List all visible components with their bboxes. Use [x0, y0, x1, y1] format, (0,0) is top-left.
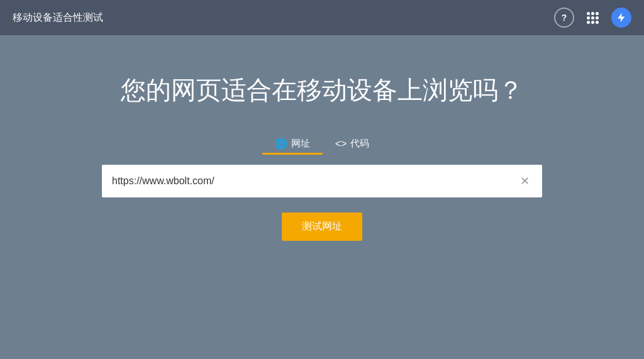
clear-input-button[interactable]: ✕ — [518, 172, 532, 191]
help-button[interactable]: ? — [554, 8, 574, 28]
globe-icon: 🌐 — [275, 138, 287, 150]
url-input-container: ✕ — [102, 165, 542, 197]
code-icon: <> — [335, 138, 347, 150]
test-button[interactable]: 测试网址 — [282, 213, 362, 241]
tab-bar: 🌐 网址 <> 代码 — [262, 133, 382, 155]
bolt-svg — [616, 12, 627, 23]
bolt-icon[interactable] — [611, 8, 631, 28]
test-button-label: 测试网址 — [302, 221, 342, 231]
url-input[interactable] — [112, 175, 518, 187]
main-content: 您的网页适合在移动设备上浏览吗？ 🌐 网址 <> 代码 ✕ 测试网址 — [0, 35, 644, 359]
grid-menu-icon[interactable] — [587, 12, 599, 24]
page-heading: 您的网页适合在移动设备上浏览吗？ — [121, 73, 523, 108]
tab-code[interactable]: <> 代码 — [323, 133, 382, 155]
tab-code-label: 代码 — [350, 138, 369, 150]
tab-url-label: 网址 — [291, 138, 310, 150]
tab-url[interactable]: 🌐 网址 — [262, 133, 323, 155]
app-title: 移动设备适合性测试 — [13, 11, 103, 25]
help-icon: ? — [562, 13, 567, 23]
app-header: 移动设备适合性测试 ? — [0, 0, 644, 35]
close-icon: ✕ — [520, 174, 530, 188]
header-actions: ? — [554, 8, 631, 28]
